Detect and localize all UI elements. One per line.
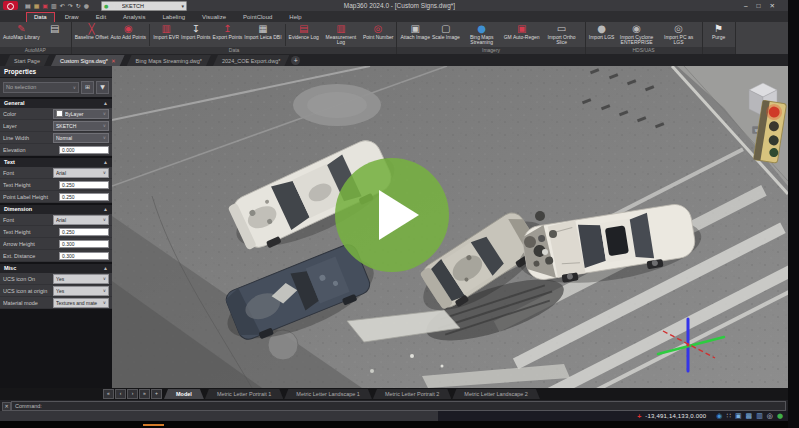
- bing-maps-streaming-button[interactable]: ●Bing Maps Streaming: [461, 23, 503, 46]
- collapse-icon[interactable]: ▲: [103, 205, 108, 214]
- doc-tab-start-page[interactable]: Start Page: [5, 55, 49, 66]
- layout-tab-metric-letter-landscape-1[interactable]: Metric Letter Landscape 1: [284, 389, 372, 399]
- prev-button[interactable]: ‹: [115, 389, 126, 399]
- video-progress-bar[interactable]: [143, 424, 164, 427]
- property-line-width-dropdown[interactable]: Normal∨: [53, 133, 109, 143]
- property-arrow-height-input[interactable]: 0.300: [59, 240, 109, 248]
- open-icon[interactable]: ▦: [34, 1, 40, 10]
- save-icon[interactable]: ▣: [42, 1, 48, 10]
- new-drawing-button[interactable]: +: [291, 56, 300, 65]
- export-points-button[interactable]: ↥Export Points: [212, 23, 244, 40]
- property-label: UCS icon at origin: [3, 288, 53, 294]
- ribbon-tab-help[interactable]: Help: [282, 13, 308, 22]
- property-material-mode-dropdown[interactable]: Textures and mate∨: [53, 298, 109, 308]
- last-button[interactable]: »: [139, 389, 150, 399]
- layout-tab-model[interactable]: Model: [164, 389, 204, 399]
- zoom-icon[interactable]: ◎: [767, 411, 773, 421]
- layer-dropdown[interactable]: ●☼▢ SKETCH: [101, 1, 187, 11]
- gm-auto-regen-button[interactable]: ▣GM Auto-Regen: [503, 23, 541, 40]
- model-space-icon[interactable]: ▣: [735, 411, 742, 421]
- property-text-height-input[interactable]: 0.250: [59, 181, 109, 189]
- ribbon-tab-data[interactable]: Data: [26, 12, 55, 22]
- new-layout-button[interactable]: +: [151, 389, 162, 399]
- import-pc-as-lgs-button[interactable]: ◎Import PC as LGS: [658, 23, 700, 46]
- status-ok-icon[interactable]: ●: [777, 411, 783, 421]
- property-font-dropdown[interactable]: Arial∨: [53, 168, 109, 178]
- doc-tab-custom-signs-dwg[interactable]: Custom Signs.dwg*✕: [51, 55, 125, 66]
- new-icon[interactable]: ▤: [25, 1, 31, 10]
- ribbon-tab-analysis[interactable]: Analysis: [116, 13, 152, 22]
- property-ucs-icon-at-origin-dropdown[interactable]: Yes∨: [53, 286, 109, 296]
- maximize-button[interactable]: □: [757, 0, 761, 11]
- property-color-dropdown[interactable]: ByLayer∨: [53, 109, 109, 119]
- close-button[interactable]: ✕: [770, 0, 775, 11]
- app-logo-icon[interactable]: [3, 1, 18, 10]
- workspace-icon[interactable]: ●: [84, 1, 89, 10]
- point-number-button[interactable]: ◎Point Number: [362, 23, 395, 40]
- baseline-offset-button[interactable]: ╳Baseline Offset: [74, 23, 110, 40]
- property-font-dropdown[interactable]: Arial∨: [53, 215, 109, 225]
- collapse-icon[interactable]: ▲: [103, 99, 108, 108]
- measurement-log-button[interactable]: ▥Measurement Log: [320, 23, 362, 46]
- close-command-icon[interactable]: ✕: [2, 402, 11, 411]
- automap-edit-icon-button[interactable]: ▤: [41, 23, 69, 35]
- attach-image-button[interactable]: ▣Attach Image: [399, 23, 430, 40]
- evidence-log-button[interactable]: ▤Evidence Log: [288, 23, 320, 40]
- first-button[interactable]: «: [103, 389, 114, 399]
- collapse-icon[interactable]: ▲: [103, 264, 108, 273]
- redo-icon[interactable]: ↷: [68, 1, 73, 10]
- minimize-button[interactable]: –: [744, 0, 748, 11]
- drawing-canvas[interactable]: LEFT WCS: [112, 66, 788, 388]
- filter-button[interactable]: ▼: [96, 81, 109, 94]
- section-header-misc[interactable]: Misc▲: [0, 264, 112, 273]
- quick-select-button[interactable]: ⊞: [81, 81, 94, 94]
- auto-add-points-button[interactable]: ◉Auto Add Points: [110, 23, 148, 40]
- import-points-button[interactable]: ↧Import Points: [180, 23, 211, 40]
- section-text: Text▲FontArial∨Text Height0.250Point Lab…: [0, 158, 112, 203]
- import-leica-dbi-button[interactable]: ▦Import Leica DBI: [243, 23, 282, 40]
- layout-tab-metric-letter-portrait-2[interactable]: Metric Letter Portrait 2: [373, 389, 451, 399]
- section-header-general[interactable]: General▲: [0, 99, 112, 108]
- property-ext-distance-input[interactable]: 0.300: [59, 252, 109, 260]
- property-layer-dropdown[interactable]: SKETCH∨: [53, 121, 109, 131]
- scale-image-button[interactable]: ▢Scale Image: [431, 23, 461, 40]
- command-input[interactable]: Command:: [11, 401, 786, 411]
- property-text-height-input[interactable]: 0.250: [59, 228, 109, 236]
- import-evr-button[interactable]: ▥Import EVR: [152, 23, 180, 40]
- collapse-icon[interactable]: ▲: [103, 158, 108, 167]
- property-ucs-icon-on-dropdown[interactable]: Yes∨: [53, 274, 109, 284]
- purge-button[interactable]: ⚑Purge: [705, 23, 733, 40]
- import-ortho-slice-button[interactable]: ▭Import Ortho Slice: [541, 23, 583, 46]
- ribbon-tab-pointcloud[interactable]: PointCloud: [236, 13, 279, 22]
- property-point-label-height-input[interactable]: 0.250: [59, 193, 109, 201]
- layout-tab-metric-letter-landscape-2[interactable]: Metric Letter Landscape 2: [452, 389, 540, 399]
- ribbon-tab-draw[interactable]: Draw: [58, 13, 86, 22]
- refresh-icon[interactable]: ↻: [76, 1, 81, 10]
- doc-tab-bing-maps-streaming-dwg[interactable]: Bing Maps Streaming.dwg*: [127, 55, 211, 66]
- next-button[interactable]: ›: [127, 389, 138, 399]
- layout-tab-metric-letter-portrait-1[interactable]: Metric Letter Portrait 1: [205, 389, 283, 399]
- selection-dropdown-value: No selection: [6, 83, 73, 92]
- layout-icon[interactable]: ▩: [746, 411, 753, 421]
- undo-icon[interactable]: ↶: [60, 1, 65, 10]
- close-tab-icon[interactable]: ✕: [111, 58, 116, 64]
- ribbon-tab-visualize[interactable]: Visualize: [195, 13, 233, 22]
- section-header-text[interactable]: Text▲: [0, 158, 112, 167]
- plot-icon[interactable]: ▥: [51, 1, 57, 10]
- selection-dropdown[interactable]: No selection ∨: [3, 82, 79, 93]
- ribbon-tab-labeling[interactable]: Labeling: [155, 13, 192, 22]
- window-controls: –□✕: [744, 0, 775, 11]
- snap-grid-icon[interactable]: ∷: [726, 411, 730, 421]
- play-triangle-icon: [379, 190, 419, 240]
- import-lgs-button[interactable]: ●Import LGS: [588, 23, 616, 40]
- video-play-button[interactable]: [335, 158, 449, 272]
- section-header-dimension[interactable]: Dimension▲: [0, 205, 112, 214]
- ribbon-tab-edit[interactable]: Edit: [89, 13, 113, 22]
- property-elevation-input[interactable]: 0.000: [59, 146, 109, 154]
- import-cyclone-enterprise-button[interactable]: ◉Import Cyclone ENTERPRISE: [616, 23, 658, 46]
- chevron-down-icon: ∨: [103, 170, 106, 175]
- tracking-icon[interactable]: ◉: [716, 411, 722, 421]
- viewports-icon[interactable]: ▥: [756, 411, 763, 421]
- automap-library-button[interactable]: ✎AutoMap Library: [2, 23, 41, 40]
- doc-tab-2024-coe-export-dwg[interactable]: 2024_COE Export.dwg*: [213, 55, 289, 66]
